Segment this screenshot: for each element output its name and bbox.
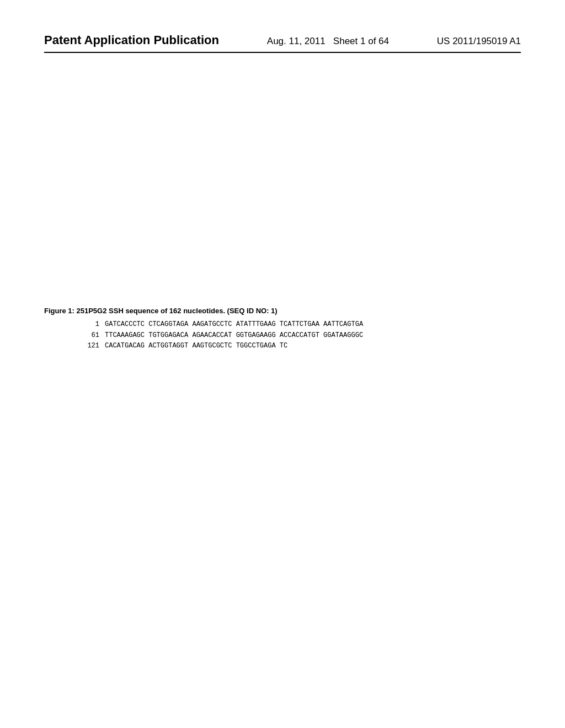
publication-date: Aug. 11, 2011: [267, 36, 326, 46]
figure-title: Figure 1: 251P5G2 SSH sequence of 162 nu…: [44, 307, 521, 315]
seq-number-1: 1: [77, 319, 99, 330]
sheet-info: Sheet 1 of 64: [333, 36, 389, 46]
content-area: Figure 1: 251P5G2 SSH sequence of 162 nu…: [44, 307, 521, 351]
sequence-line-121: 121 CACATGACAG ACTGGTAGGT AAGTGCGCTC TGG…: [77, 341, 521, 351]
publication-title: Patent Application Publication: [44, 33, 219, 47]
patent-number: US 2011/195019 A1: [437, 33, 521, 47]
sequence-line-1: 1 GATCACCCTC CTCAGGTAGA AAGATGCCTC ATATT…: [77, 319, 521, 330]
seq-data-61: TTCAAAGAGC TGTGGAGACA AGAACACCАT GGTGAGA…: [105, 330, 363, 341]
seq-number-61: 61: [77, 330, 99, 341]
seq-number-121: 121: [77, 341, 99, 351]
sequence-block: 1 GATCACCCTC CTCAGGTAGA AAGATGCCTC ATATT…: [77, 319, 521, 351]
page-header: Patent Application Publication Aug. 11, …: [44, 33, 521, 53]
seq-data-121: CACATGACAG ACTGGTAGGT AAGTGCGCTC TGGCCTG…: [105, 341, 287, 351]
seq-data-1: GATCACCCTC CTCAGGTAGA AAGATGCCTC ATATTTG…: [105, 319, 363, 330]
publication-date-sheet: Aug. 11, 2011 Sheet 1 of 64: [267, 33, 389, 47]
sequence-line-61: 61 TTCAAAGAGC TGTGGAGACA AGAACACCАT GGTG…: [77, 330, 521, 341]
page: Patent Application Publication Aug. 11, …: [0, 0, 565, 728]
